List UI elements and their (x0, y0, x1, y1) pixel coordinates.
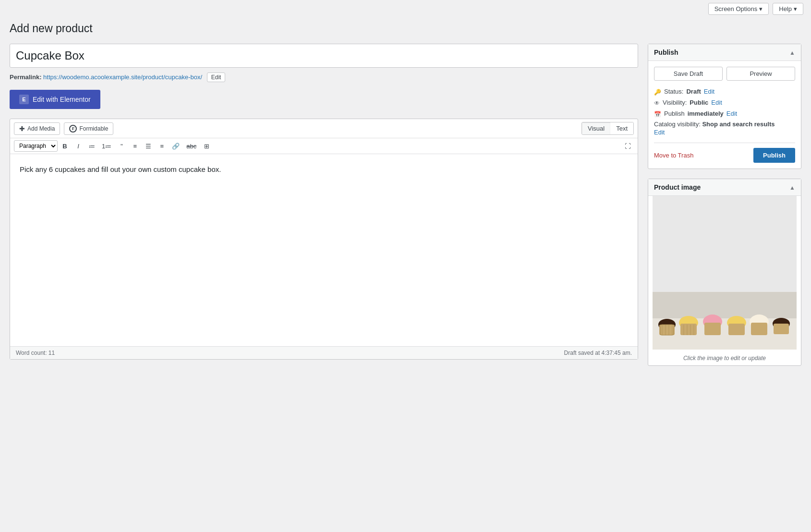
visual-tab[interactable]: Visual (582, 122, 610, 134)
catalog-visibility: Catalog visibility: Shop and search resu… (654, 121, 795, 136)
publish-panel-toggle (789, 48, 795, 57)
help-button[interactable]: Help ▾ (773, 3, 803, 15)
paragraph-select[interactable]: Paragraph (14, 140, 58, 152)
publish-time-edit-link[interactable]: Edit (726, 110, 737, 117)
help-chevron: ▾ (794, 5, 797, 12)
draft-saved: Draft saved at 4:37:45 am. (564, 350, 632, 356)
product-image-panel: Product image (648, 179, 801, 366)
elementor-icon: E (19, 95, 29, 104)
publish-actions: Save Draft Preview (654, 67, 795, 81)
product-image-panel-body[interactable]: Click the image to edit or update (648, 196, 801, 365)
status-value: Draft (686, 88, 701, 95)
svg-rect-15 (774, 324, 789, 334)
publish-panel-header[interactable]: Publish (648, 44, 801, 61)
unordered-list-button[interactable]: ≔ (85, 141, 98, 152)
formidable-button[interactable]: F Formidable (64, 122, 113, 135)
fullscreen-icon: ⛶ (625, 143, 631, 150)
screen-options-label: Screen Options (714, 5, 758, 12)
add-media-button[interactable]: Add Media (14, 122, 60, 135)
status-edit-link[interactable]: Edit (704, 88, 714, 95)
sidebar: Publish Save Draft Preview Status: Draft… (648, 44, 801, 375)
publish-time-value: immediately (688, 110, 724, 117)
add-media-label: Add Media (27, 125, 55, 132)
table-button[interactable]: ⊞ (200, 141, 213, 152)
move-to-trash-link[interactable]: Move to Trash (654, 152, 693, 159)
product-image-caption[interactable]: Click the image to edit or update (648, 351, 801, 365)
align-center-button[interactable]: ☰ (142, 141, 155, 152)
svg-rect-13 (751, 323, 767, 335)
ul-icon: ≔ (89, 143, 95, 150)
status-row: Status: Draft Edit (654, 87, 795, 96)
svg-rect-7 (680, 324, 697, 335)
help-label: Help (779, 5, 792, 12)
svg-rect-11 (728, 324, 745, 335)
publish-panel: Publish Save Draft Preview Status: Draft… (648, 44, 801, 169)
blockquote-button[interactable]: " (115, 141, 128, 152)
visibility-edit-link[interactable]: Edit (711, 99, 722, 106)
save-draft-button[interactable]: Save Draft (654, 67, 723, 81)
product-title-input[interactable] (10, 44, 638, 68)
formidable-label: Formidable (79, 125, 108, 132)
product-image-container[interactable]: Click the image to edit or update (648, 196, 801, 365)
publish-panel-title: Publish (654, 48, 678, 56)
edit-with-elementor-button[interactable]: E Edit with Elementor (10, 90, 100, 109)
ordered-list-button[interactable]: 1≔ (99, 141, 114, 152)
table-icon: ⊞ (204, 143, 209, 150)
publish-panel-body: Save Draft Preview Status: Draft Edit Vi… (648, 61, 801, 169)
align-left-button[interactable]: ≡ (129, 141, 141, 152)
permalink-url[interactable]: https://woodemo.acoolexample.site/produc… (43, 73, 202, 81)
text-tab[interactable]: Text (610, 122, 633, 134)
fullscreen-button[interactable]: ⛶ (621, 141, 634, 152)
visibility-value: Public (690, 99, 708, 106)
screen-options-button[interactable]: Screen Options ▾ (708, 3, 769, 15)
calendar-icon (654, 109, 661, 118)
strikethrough-button[interactable]: abc (183, 141, 199, 152)
italic-button[interactable] (72, 141, 85, 152)
permalink-edit-button[interactable]: Edit (207, 73, 226, 82)
visibility-label: Visibility: (663, 99, 687, 106)
product-image-panel-header[interactable]: Product image (648, 179, 801, 196)
elementor-label: Edit with Elementor (33, 96, 91, 103)
publish-time-label: Publish (664, 110, 685, 117)
formidable-icon: F (69, 125, 77, 133)
page-wrapper: Permalink: https://woodemo.acoolexample.… (0, 44, 811, 385)
product-image-panel-toggle (789, 183, 795, 192)
visual-text-tabs: Visual Text (581, 122, 634, 135)
strikethrough-icon: abc (186, 143, 196, 150)
editor-content[interactable]: Pick any 6 cupcakes and fill out your ow… (10, 154, 638, 346)
italic-icon (77, 143, 79, 150)
product-image-panel-title: Product image (654, 183, 701, 191)
add-media-icon (19, 125, 25, 133)
svg-rect-9 (704, 323, 721, 335)
status-icon (654, 87, 661, 96)
align-right-icon: ≡ (160, 143, 164, 150)
link-icon: 🔗 (172, 143, 180, 150)
publish-footer: Move to Trash Publish (654, 143, 795, 163)
blockquote-icon: " (121, 143, 123, 150)
page-title: Add new product (0, 18, 811, 44)
bold-icon (62, 143, 67, 150)
status-label: Status: (664, 88, 683, 95)
main-content: Permalink: https://woodemo.acoolexample.… (10, 44, 638, 375)
catalog-label: Catalog visibility: (654, 121, 701, 128)
align-right-button[interactable]: ≡ (156, 141, 168, 152)
link-button[interactable]: 🔗 (169, 141, 182, 152)
editor-toolbar-top: Add Media F Formidable Visual Text (10, 119, 638, 138)
align-left-icon: ≡ (133, 143, 137, 150)
screen-options-chevron: ▾ (759, 5, 763, 12)
preview-button[interactable]: Preview (726, 67, 795, 81)
ol-icon: 1≔ (102, 143, 111, 150)
editor-text: Pick any 6 cupcakes and fill out your ow… (20, 164, 628, 175)
permalink-row: Permalink: https://woodemo.acoolexample.… (10, 73, 638, 82)
word-count: Word count: 11 (16, 350, 55, 356)
visibility-icon (654, 98, 660, 107)
publish-button[interactable]: Publish (753, 148, 795, 163)
editor-format-bar: Paragraph ≔ 1≔ " ≡ ☰ ≡ 🔗 abc ⊞ ⛶ (10, 138, 638, 154)
editor-box: Add Media F Formidable Visual Text Parag… (10, 119, 638, 360)
visibility-row: Visibility: Public Edit (654, 98, 795, 107)
catalog-value: Shop and search results (702, 121, 775, 128)
catalog-edit-link[interactable]: Edit (654, 129, 795, 136)
bold-button[interactable] (59, 141, 71, 152)
editor-footer: Word count: 11 Draft saved at 4:37:45 am… (10, 346, 638, 359)
product-image-svg (648, 196, 801, 350)
